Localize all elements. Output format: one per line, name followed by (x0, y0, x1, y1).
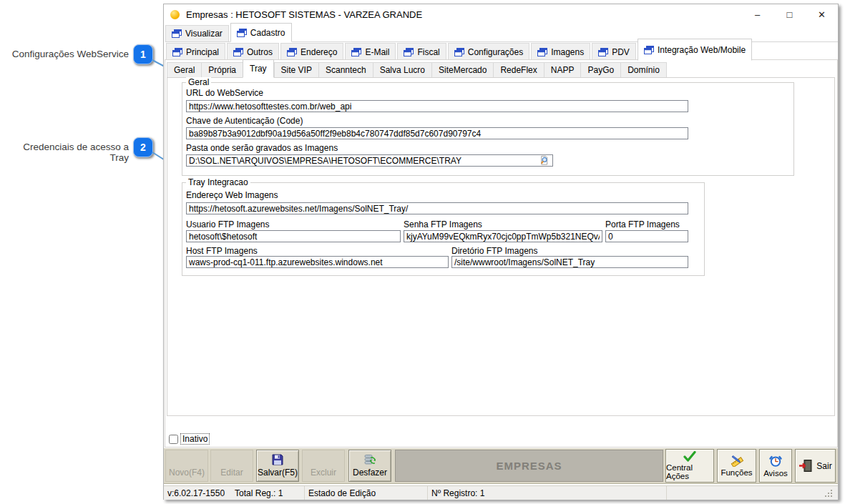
url-webservice-label: URL do WebService (186, 88, 263, 98)
tab-sitemercado[interactable]: SiteMercado (431, 62, 493, 77)
button-label: Central Ações (666, 463, 713, 480)
tab-principal[interactable]: Principal (166, 43, 225, 60)
tab-label: Principal (186, 47, 219, 57)
status-version-section: v:6.02.17-1550 Total Reg.: 1 (164, 486, 304, 500)
exit-door-icon (798, 459, 813, 473)
button-label: Editar (220, 468, 243, 478)
central-acoes-button[interactable]: Central Ações (665, 449, 714, 483)
images-folder-label: Pasta onde serão gravados as Imagens (186, 143, 338, 153)
green-check-icon (683, 451, 696, 462)
salvar-button[interactable]: Salvar(F5) (256, 450, 299, 482)
form-window-icon (233, 48, 243, 56)
url-webservice-input[interactable] (186, 100, 688, 112)
avisos-button[interactable]: Avisos (759, 449, 792, 483)
ftp-password-label: Senha FTP Imagens (404, 219, 482, 229)
database-refresh-icon (363, 453, 376, 466)
novo-button[interactable]: Novo(F4) (165, 450, 208, 482)
tab-scanntech[interactable]: Scanntech (318, 62, 373, 77)
button-label: Sair (816, 461, 831, 471)
sair-button[interactable]: Sair (795, 449, 836, 483)
resize-grip[interactable] (824, 489, 833, 498)
tab-pdv[interactable]: PDV (592, 43, 636, 60)
button-label: Funções (721, 468, 752, 477)
tab-label: Geral (174, 65, 195, 75)
page: Configurações WebService 1 Credenciais d… (0, 0, 845, 504)
form-window-icon (644, 46, 654, 54)
tab-visualizar[interactable]: Visualizar (165, 25, 229, 41)
group-geral-legend: Geral (186, 77, 211, 87)
ftp-port-label: Porta FTP Imagens (605, 219, 680, 229)
tab-tray[interactable]: Tray (243, 59, 274, 78)
form-window-icon (351, 48, 361, 56)
inactive-checkbox[interactable] (169, 435, 178, 444)
annotation-webservice: Configurações WebService (10, 49, 129, 59)
tab-integracao-web-mobile[interactable]: Integração Web/Mobile (638, 39, 752, 61)
auth-key-input[interactable] (186, 127, 688, 139)
tab-propria[interactable]: Própria (201, 62, 243, 77)
group-tray-legend: Tray Integracao (186, 177, 250, 187)
images-folder-input[interactable] (186, 154, 553, 167)
tab-endereco[interactable]: Endereço (280, 43, 343, 60)
tab-paygo[interactable]: PayGo (580, 62, 620, 77)
context-panel: EMPRESAS (395, 450, 663, 482)
ftp-host-input[interactable] (186, 256, 449, 268)
group-geral: Geral URL do WebService Chave de Autenti… (182, 82, 794, 176)
tab-email[interactable]: E-Mail (345, 43, 396, 60)
form-window-icon (172, 29, 182, 38)
form-window-icon (598, 48, 608, 56)
title-bar[interactable]: Empresas : HETOSOFT SISTEMAS - VARZEA GR… (164, 4, 838, 25)
ftp-user-input[interactable] (186, 230, 401, 242)
group-tray-integracao: Tray Integracao Endereço Web Imagens Usu… (182, 182, 705, 276)
tab-napp[interactable]: NAPP (544, 62, 581, 77)
tab-site-vip[interactable]: Site VIP (274, 62, 318, 77)
web-images-url-input[interactable] (186, 202, 688, 214)
tab-label: PDV (612, 47, 630, 57)
tab-dominio[interactable]: Domínio (620, 62, 667, 77)
status-version: v:6.02.17-1550 (167, 488, 225, 498)
tab-label: Tray (250, 64, 267, 74)
tab-label: SiteMercado (439, 65, 487, 75)
tab-label: Domínio (627, 65, 660, 75)
button-label: Salvar(F5) (258, 468, 298, 478)
funcoes-button[interactable]: Funções (717, 449, 756, 483)
tab-outros[interactable]: Outros (227, 43, 279, 60)
tab-label: Integração Web/Mobile (658, 45, 746, 55)
desfazer-button[interactable]: Desfazer (348, 450, 391, 482)
editar-button[interactable]: Editar (210, 450, 253, 482)
tab-label: Outros (247, 47, 273, 57)
form-window-icon (237, 29, 247, 37)
tab-cadastro[interactable]: Cadastro (230, 23, 292, 42)
inactive-row: Inativo (169, 433, 210, 445)
auth-key-label: Chave de Autenticação (Code) (186, 116, 303, 126)
ftp-port-input[interactable] (605, 230, 688, 242)
ftp-password-input[interactable] (404, 230, 602, 242)
maximize-button[interactable]: □ (773, 4, 806, 25)
status-record: Nº Registro: 1 (431, 488, 484, 498)
tab-configuracoes[interactable]: Configurações (448, 43, 529, 60)
close-button[interactable]: ✕ (806, 4, 838, 25)
tab-label: Visualizar (185, 29, 223, 39)
button-label: Novo(F4) (169, 468, 205, 478)
tab-imagens[interactable]: Imagens (531, 43, 590, 60)
minimize-button[interactable]: – (741, 4, 773, 25)
tab-geral[interactable]: Geral (167, 62, 201, 77)
tab-fiscal[interactable]: Fiscal (397, 43, 446, 60)
ftp-directory-label: Diretório FTP Imagens (451, 246, 538, 256)
tab-redeflex[interactable]: RedeFlex (493, 62, 543, 77)
ftp-host-label: Host FTP Imagens (186, 246, 258, 256)
toolbar: Novo(F4) Editar Salvar(F5) Excluir (164, 448, 838, 484)
status-record-section: Nº Registro: 1 (427, 486, 666, 500)
status-state: Estado de Edição (308, 488, 376, 498)
window-controls: – □ ✕ (741, 4, 838, 25)
tray-tab-page: Geral URL do WebService Chave de Autenti… (167, 77, 835, 416)
excluir-button[interactable]: Excluir (302, 450, 345, 482)
tab-label: Fiscal (417, 47, 439, 57)
sun-icon (170, 10, 180, 19)
integration-tab-page: Geral Própria Tray Site VIP Scanntech Sa… (165, 59, 838, 448)
browse-folder-button[interactable] (538, 155, 550, 166)
tab-salva-lucro[interactable]: Salva Lucro (373, 62, 431, 77)
ftp-directory-input[interactable] (451, 256, 688, 268)
window-title: Empresas : HETOSOFT SISTEMAS - VARZEA GR… (186, 9, 422, 20)
annotation-badge-2: 2 (133, 137, 153, 157)
annotation-badge-1: 1 (133, 44, 153, 64)
